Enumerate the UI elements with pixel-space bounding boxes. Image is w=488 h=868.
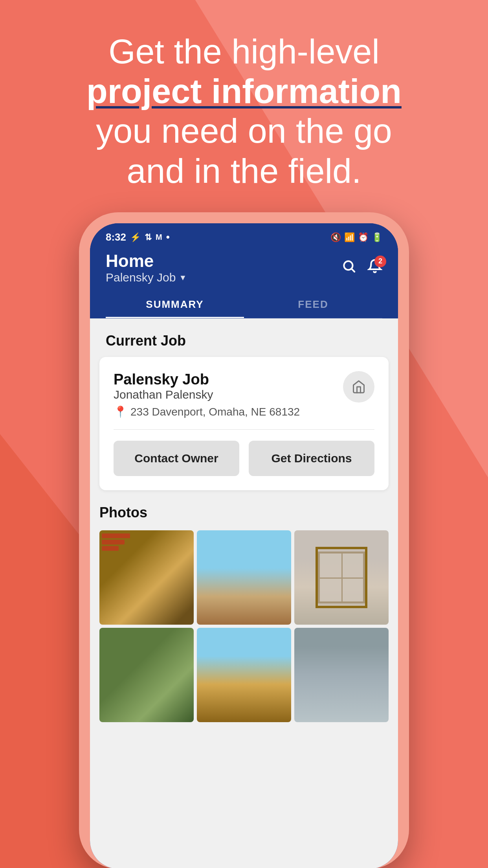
photo-thumb-6[interactable] (294, 628, 389, 722)
job-owner: Jonathan Palensky (114, 388, 300, 401)
hero-line1: Get the high-level (108, 32, 380, 71)
photos-section: Photos (90, 490, 398, 722)
hero-line4: and in the field. (127, 151, 361, 190)
hero-line2-bold: project information (86, 72, 402, 110)
project-name: Palensky Job (106, 271, 176, 284)
job-info: Palensky Job Jonathan Palensky 📍 233 Dav… (114, 371, 300, 418)
status-time: 8:32 (106, 231, 126, 243)
app-content: Current Job Palensky Job Jonathan Palens… (90, 318, 398, 868)
phone-mockup: 8:32 ⚡ ⇅ M • 🔇 📶 ⏰ 🔋 Home (79, 212, 409, 868)
photo-thumb-2[interactable] (197, 530, 291, 625)
dot-icon: • (166, 231, 170, 243)
photo-thumb-3[interactable] (294, 530, 389, 625)
app-title: Home (106, 251, 187, 271)
app-header: Home Palensky Job ▼ (90, 247, 398, 318)
phone-inner-screen: 8:32 ⚡ ⇅ M • 🔇 📶 ⏰ 🔋 Home (90, 223, 398, 868)
current-job-heading: Current Job (90, 318, 398, 357)
photo-thumb-4[interactable] (99, 628, 194, 722)
photos-grid (99, 530, 389, 722)
contact-owner-button[interactable]: Contact Owner (114, 441, 239, 476)
mute-icon: 🔇 (330, 232, 341, 243)
photos-heading: Photos (99, 504, 389, 521)
notifications-button[interactable]: 2 (367, 259, 382, 277)
photo-thumb-1[interactable] (99, 530, 194, 625)
hero-line3: you need on the go (96, 111, 392, 150)
job-actions: Contact Owner Get Directions (114, 441, 374, 476)
location-pin-icon: 📍 (114, 405, 127, 418)
tab-summary[interactable]: SUMMARY (106, 291, 244, 318)
header-actions: 2 (341, 259, 382, 277)
job-address: 📍 233 Davenport, Omaha, NE 68132 (114, 405, 300, 418)
status-right-icons: 🔇 📶 ⏰ 🔋 (330, 232, 382, 243)
status-left: 8:32 ⚡ ⇅ M • (106, 231, 170, 243)
tab-feed[interactable]: FEED (244, 291, 382, 318)
app-header-top: Home Palensky Job ▼ (106, 251, 382, 291)
battery-icon: 🔋 (372, 232, 382, 243)
search-button[interactable] (341, 259, 356, 277)
get-directions-button[interactable]: Get Directions (249, 441, 374, 476)
notification-badge: 2 (374, 256, 386, 267)
gmail-icon: M (156, 233, 162, 242)
svg-line-1 (352, 269, 354, 272)
app-tabs: SUMMARY FEED (106, 291, 382, 318)
app-title-block: Home Palensky Job ▼ (106, 251, 187, 284)
home-icon (343, 371, 374, 403)
alarm-icon: ⏰ (358, 232, 369, 243)
app-subtitle: Palensky Job ▼ (106, 271, 187, 284)
job-name: Palensky Job (114, 371, 300, 388)
chevron-down-icon[interactable]: ▼ (179, 273, 187, 282)
wifi-off-icon: 📶 (344, 232, 355, 243)
status-bar: 8:32 ⚡ ⇅ M • 🔇 📶 ⏰ 🔋 (90, 223, 398, 247)
lightning-icon: ⚡ (130, 232, 141, 243)
card-divider (114, 429, 374, 430)
job-card: Palensky Job Jonathan Palensky 📍 233 Dav… (99, 357, 389, 490)
job-card-header: Palensky Job Jonathan Palensky 📍 233 Dav… (114, 371, 374, 418)
phone-outer-shell: 8:32 ⚡ ⇅ M • 🔇 📶 ⏰ 🔋 Home (79, 212, 409, 868)
photo-overlay-1 (102, 533, 130, 600)
hero-section: Get the high-level project information y… (0, 31, 488, 191)
photo-thumb-5[interactable] (197, 628, 291, 722)
sync-icon: ⇅ (145, 232, 152, 243)
